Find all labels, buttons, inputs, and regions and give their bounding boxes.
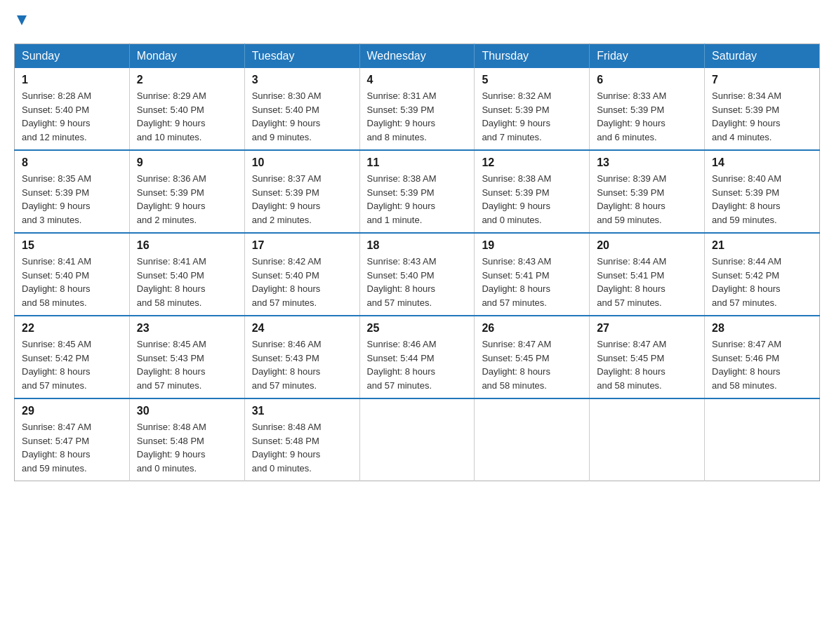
table-row: 26 Sunrise: 8:47 AMSunset: 5:45 PMDaylig… bbox=[475, 316, 590, 398]
table-row: 13 Sunrise: 8:39 AMSunset: 5:39 PMDaylig… bbox=[590, 150, 705, 233]
table-row: 25 Sunrise: 8:46 AMSunset: 5:44 PMDaylig… bbox=[359, 316, 475, 398]
day-info: Sunrise: 8:37 AMSunset: 5:39 PMDaylight:… bbox=[252, 172, 352, 227]
day-info: Sunrise: 8:32 AMSunset: 5:39 PMDaylight:… bbox=[482, 89, 582, 144]
day-info: Sunrise: 8:48 AMSunset: 5:48 PMDaylight:… bbox=[137, 420, 237, 475]
table-row: 30 Sunrise: 8:48 AMSunset: 5:48 PMDaylig… bbox=[129, 398, 244, 481]
table-row bbox=[705, 398, 820, 481]
calendar-table: SundayMondayTuesdayWednesdayThursdayFrid… bbox=[14, 43, 820, 481]
day-number: 26 bbox=[482, 322, 582, 335]
table-row: 5 Sunrise: 8:32 AMSunset: 5:39 PMDayligh… bbox=[475, 68, 590, 150]
day-number: 16 bbox=[137, 239, 237, 252]
day-info: Sunrise: 8:46 AMSunset: 5:43 PMDaylight:… bbox=[252, 337, 352, 392]
day-number: 28 bbox=[712, 322, 812, 335]
logo-arrow-icon bbox=[14, 13, 29, 31]
table-row: 15 Sunrise: 8:41 AMSunset: 5:40 PMDaylig… bbox=[15, 233, 130, 316]
day-number: 25 bbox=[367, 322, 468, 335]
week-row-4: 22 Sunrise: 8:45 AMSunset: 5:42 PMDaylig… bbox=[15, 316, 820, 398]
table-row: 14 Sunrise: 8:40 AMSunset: 5:39 PMDaylig… bbox=[705, 150, 820, 233]
day-info: Sunrise: 8:41 AMSunset: 5:40 PMDaylight:… bbox=[22, 255, 122, 309]
logo bbox=[14, 14, 29, 29]
day-info: Sunrise: 8:44 AMSunset: 5:41 PMDaylight:… bbox=[597, 255, 697, 309]
day-info: Sunrise: 8:33 AMSunset: 5:39 PMDaylight:… bbox=[597, 89, 697, 144]
day-info: Sunrise: 8:30 AMSunset: 5:40 PMDaylight:… bbox=[252, 89, 352, 144]
day-info: Sunrise: 8:47 AMSunset: 5:47 PMDaylight:… bbox=[22, 420, 122, 475]
weekday-header-row: SundayMondayTuesdayWednesdayThursdayFrid… bbox=[15, 44, 820, 69]
table-row: 9 Sunrise: 8:36 AMSunset: 5:39 PMDayligh… bbox=[129, 150, 244, 233]
day-info: Sunrise: 8:45 AMSunset: 5:42 PMDaylight:… bbox=[22, 337, 122, 392]
weekday-friday: Friday bbox=[590, 44, 705, 69]
table-row: 20 Sunrise: 8:44 AMSunset: 5:41 PMDaylig… bbox=[590, 233, 705, 316]
table-row: 18 Sunrise: 8:43 AMSunset: 5:40 PMDaylig… bbox=[359, 233, 475, 316]
table-row: 12 Sunrise: 8:38 AMSunset: 5:39 PMDaylig… bbox=[475, 150, 590, 233]
day-number: 2 bbox=[137, 74, 237, 86]
table-row bbox=[475, 398, 590, 481]
day-info: Sunrise: 8:41 AMSunset: 5:40 PMDaylight:… bbox=[137, 255, 237, 309]
table-row: 7 Sunrise: 8:34 AMSunset: 5:39 PMDayligh… bbox=[705, 68, 820, 150]
calendar-body: 1 Sunrise: 8:28 AMSunset: 5:40 PMDayligh… bbox=[15, 68, 820, 481]
day-info: Sunrise: 8:38 AMSunset: 5:39 PMDaylight:… bbox=[482, 172, 582, 227]
week-row-1: 1 Sunrise: 8:28 AMSunset: 5:40 PMDayligh… bbox=[15, 68, 820, 150]
day-number: 1 bbox=[22, 74, 122, 86]
day-info: Sunrise: 8:42 AMSunset: 5:40 PMDaylight:… bbox=[252, 255, 352, 309]
table-row bbox=[590, 398, 705, 481]
day-info: Sunrise: 8:48 AMSunset: 5:48 PMDaylight:… bbox=[252, 420, 352, 475]
table-row: 31 Sunrise: 8:48 AMSunset: 5:48 PMDaylig… bbox=[244, 398, 359, 481]
table-row: 17 Sunrise: 8:42 AMSunset: 5:40 PMDaylig… bbox=[244, 233, 359, 316]
svg-marker-0 bbox=[17, 15, 27, 25]
day-number: 15 bbox=[22, 239, 122, 252]
day-number: 14 bbox=[712, 156, 812, 169]
table-row: 19 Sunrise: 8:43 AMSunset: 5:41 PMDaylig… bbox=[475, 233, 590, 316]
table-row: 4 Sunrise: 8:31 AMSunset: 5:39 PMDayligh… bbox=[359, 68, 475, 150]
weekday-thursday: Thursday bbox=[475, 44, 590, 69]
table-row: 23 Sunrise: 8:45 AMSunset: 5:43 PMDaylig… bbox=[129, 316, 244, 398]
day-number: 11 bbox=[367, 156, 468, 169]
week-row-5: 29 Sunrise: 8:47 AMSunset: 5:47 PMDaylig… bbox=[15, 398, 820, 481]
day-info: Sunrise: 8:38 AMSunset: 5:39 PMDaylight:… bbox=[367, 172, 468, 227]
table-row: 21 Sunrise: 8:44 AMSunset: 5:42 PMDaylig… bbox=[705, 233, 820, 316]
day-number: 27 bbox=[597, 322, 697, 335]
table-row: 6 Sunrise: 8:33 AMSunset: 5:39 PMDayligh… bbox=[590, 68, 705, 150]
day-info: Sunrise: 8:31 AMSunset: 5:39 PMDaylight:… bbox=[367, 89, 468, 144]
day-number: 17 bbox=[252, 239, 352, 252]
day-info: Sunrise: 8:29 AMSunset: 5:40 PMDaylight:… bbox=[137, 89, 237, 144]
day-info: Sunrise: 8:36 AMSunset: 5:39 PMDaylight:… bbox=[137, 172, 237, 227]
day-info: Sunrise: 8:44 AMSunset: 5:42 PMDaylight:… bbox=[712, 255, 812, 309]
day-info: Sunrise: 8:47 AMSunset: 5:46 PMDaylight:… bbox=[712, 337, 812, 392]
weekday-saturday: Saturday bbox=[705, 44, 820, 69]
day-number: 13 bbox=[597, 156, 697, 169]
table-row: 10 Sunrise: 8:37 AMSunset: 5:39 PMDaylig… bbox=[244, 150, 359, 233]
day-number: 22 bbox=[22, 322, 122, 335]
weekday-tuesday: Tuesday bbox=[244, 44, 359, 69]
day-number: 6 bbox=[597, 74, 697, 86]
day-info: Sunrise: 8:45 AMSunset: 5:43 PMDaylight:… bbox=[137, 337, 237, 392]
day-number: 3 bbox=[252, 74, 352, 86]
day-info: Sunrise: 8:43 AMSunset: 5:41 PMDaylight:… bbox=[482, 255, 582, 309]
table-row: 28 Sunrise: 8:47 AMSunset: 5:46 PMDaylig… bbox=[705, 316, 820, 398]
day-number: 19 bbox=[482, 239, 582, 252]
table-row bbox=[359, 398, 475, 481]
day-number: 30 bbox=[137, 405, 237, 417]
day-number: 31 bbox=[252, 405, 352, 417]
day-number: 7 bbox=[712, 74, 812, 86]
day-number: 8 bbox=[22, 156, 122, 169]
day-number: 24 bbox=[252, 322, 352, 335]
table-row: 1 Sunrise: 8:28 AMSunset: 5:40 PMDayligh… bbox=[15, 68, 130, 150]
table-row: 24 Sunrise: 8:46 AMSunset: 5:43 PMDaylig… bbox=[244, 316, 359, 398]
week-row-2: 8 Sunrise: 8:35 AMSunset: 5:39 PMDayligh… bbox=[15, 150, 820, 233]
weekday-sunday: Sunday bbox=[15, 44, 130, 69]
calendar-header: SundayMondayTuesdayWednesdayThursdayFrid… bbox=[15, 44, 820, 69]
day-number: 9 bbox=[137, 156, 237, 169]
day-number: 20 bbox=[597, 239, 697, 252]
day-number: 29 bbox=[22, 405, 122, 417]
day-number: 21 bbox=[712, 239, 812, 252]
day-info: Sunrise: 8:47 AMSunset: 5:45 PMDaylight:… bbox=[482, 337, 582, 392]
day-number: 4 bbox=[367, 74, 468, 86]
day-info: Sunrise: 8:35 AMSunset: 5:39 PMDaylight:… bbox=[22, 172, 122, 227]
day-number: 5 bbox=[482, 74, 582, 86]
table-row: 16 Sunrise: 8:41 AMSunset: 5:40 PMDaylig… bbox=[129, 233, 244, 316]
table-row: 8 Sunrise: 8:35 AMSunset: 5:39 PMDayligh… bbox=[15, 150, 130, 233]
day-number: 18 bbox=[367, 239, 468, 252]
table-row: 22 Sunrise: 8:45 AMSunset: 5:42 PMDaylig… bbox=[15, 316, 130, 398]
week-row-3: 15 Sunrise: 8:41 AMSunset: 5:40 PMDaylig… bbox=[15, 233, 820, 316]
table-row: 29 Sunrise: 8:47 AMSunset: 5:47 PMDaylig… bbox=[15, 398, 130, 481]
